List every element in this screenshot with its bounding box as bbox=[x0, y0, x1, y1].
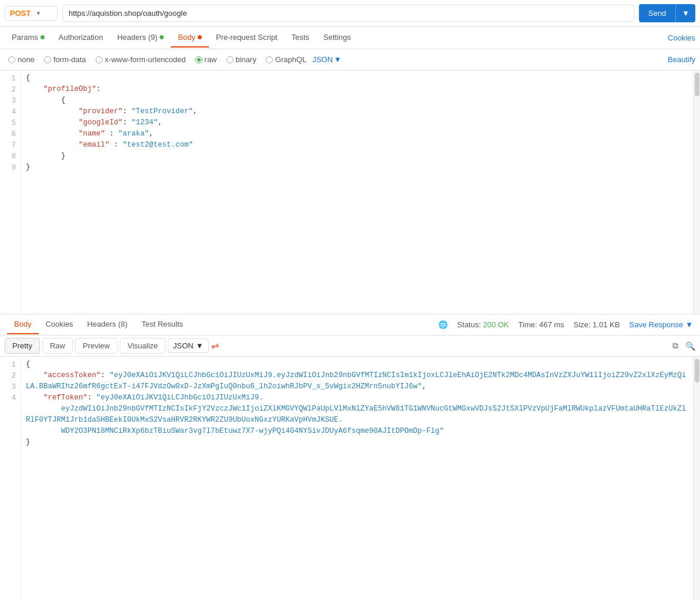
response-json-label: JSON bbox=[173, 341, 194, 350]
response-body-area: 1 2 3 4 { "accessToken": "eyJ0eXAiOiJKV1… bbox=[0, 357, 700, 600]
body-dot bbox=[198, 35, 202, 39]
send-arrow-icon[interactable]: ▼ bbox=[675, 4, 695, 22]
none-radio[interactable] bbox=[8, 56, 15, 63]
editor-scrollbar[interactable] bbox=[693, 70, 700, 314]
size-label: Size: 1.01 KB bbox=[574, 320, 620, 329]
response-code[interactable]: { "accessToken": "eyJ0eXAiOiJKV1QiLCJhbG… bbox=[21, 357, 693, 600]
method-dropdown[interactable]: POST ▼ bbox=[5, 6, 58, 21]
response-headers-label: Headers (8) bbox=[87, 320, 128, 328]
request-body-code[interactable]: { "profileObj": { "provider": "TestProvi… bbox=[21, 70, 693, 314]
json-dropdown[interactable]: JSON ▼ bbox=[312, 55, 341, 64]
form-data-label: form-data bbox=[53, 55, 86, 64]
response-tabs: Body Cookies Headers (8) Test Results bbox=[7, 315, 190, 334]
tab-headers[interactable]: Headers (9) bbox=[110, 28, 171, 48]
option-form-data[interactable]: form-data bbox=[40, 54, 90, 65]
response-cookies-label: Cookies bbox=[46, 320, 73, 328]
graphql-label: GraphQL bbox=[275, 55, 306, 64]
tab-params-label: Params bbox=[12, 33, 38, 42]
tab-tests-label: Tests bbox=[292, 33, 309, 42]
option-none[interactable]: none bbox=[5, 54, 38, 65]
tab-authorization[interactable]: Authorization bbox=[52, 28, 110, 48]
filter-icon[interactable]: ⇌ bbox=[211, 340, 219, 351]
tab-pre-request[interactable]: Pre-request Script bbox=[209, 28, 285, 48]
time-label: Time: 467 ms bbox=[518, 320, 564, 329]
send-label: Send bbox=[639, 4, 675, 22]
params-dot bbox=[40, 35, 45, 39]
cookies-link[interactable]: Cookies bbox=[668, 33, 695, 42]
response-scrollbar[interactable] bbox=[693, 357, 700, 600]
tab-body[interactable]: Body bbox=[171, 28, 209, 48]
tab-params[interactable]: Params bbox=[5, 28, 52, 48]
response-view-options: Pretty Raw Preview Visualize JSON ▼ ⇌ ⧉ … bbox=[0, 335, 700, 357]
raw-button[interactable]: Raw bbox=[42, 338, 73, 354]
time-value: 467 ms bbox=[539, 320, 564, 329]
tab-response-headers[interactable]: Headers (8) bbox=[80, 315, 135, 334]
tab-response-cookies[interactable]: Cookies bbox=[39, 315, 80, 334]
status-value: 200 OK bbox=[483, 320, 509, 329]
visualize-button[interactable]: Visualize bbox=[120, 338, 165, 354]
json-chevron-icon: ▼ bbox=[334, 55, 341, 64]
test-results-label: Test Results bbox=[141, 320, 183, 328]
save-response-chevron-icon: ▼ bbox=[685, 320, 693, 329]
tab-response-body[interactable]: Body bbox=[7, 315, 39, 334]
save-response-button[interactable]: Save Response ▼ bbox=[629, 320, 693, 329]
raw-radio[interactable] bbox=[195, 56, 202, 63]
beautify-button[interactable]: Beautify bbox=[668, 55, 695, 64]
binary-radio[interactable] bbox=[226, 56, 234, 63]
tab-body-label: Body bbox=[178, 33, 195, 42]
pretty-button[interactable]: Pretty bbox=[5, 338, 40, 354]
line-numbers: 1 2 3 4 5 6 7 8 9 bbox=[0, 70, 21, 314]
form-data-radio[interactable] bbox=[44, 56, 51, 63]
tab-pre-request-label: Pre-request Script bbox=[216, 33, 278, 42]
search-icon[interactable]: 🔍 bbox=[685, 341, 695, 351]
json-label: JSON bbox=[312, 55, 333, 64]
option-raw[interactable]: raw bbox=[192, 54, 221, 65]
request-tabs: Params Authorization Headers (9) Body Pr… bbox=[0, 27, 700, 49]
response-scrollbar-thumb[interactable] bbox=[695, 359, 699, 382]
request-editor: 1 2 3 4 5 6 7 8 9 { "profileObj": { "pro… bbox=[0, 70, 700, 314]
preview-button[interactable]: Preview bbox=[75, 338, 117, 354]
response-meta: 🌐 Status: 200 OK Time: 467 ms Size: 1.01… bbox=[438, 320, 693, 329]
graphql-radio[interactable] bbox=[266, 56, 273, 63]
tab-test-results[interactable]: Test Results bbox=[134, 315, 190, 334]
option-graphql[interactable]: GraphQL bbox=[262, 54, 310, 65]
method-label: POST bbox=[10, 9, 31, 18]
headers-dot bbox=[160, 35, 164, 39]
body-options-row: none form-data x-www-form-urlencoded raw… bbox=[0, 49, 700, 70]
response-line-numbers: 1 2 3 4 bbox=[0, 357, 21, 600]
tab-settings-label: Settings bbox=[323, 33, 351, 42]
globe-icon: 🌐 bbox=[438, 320, 448, 329]
response-action-icons: ⧉ 🔍 bbox=[672, 341, 695, 351]
binary-label: binary bbox=[236, 55, 256, 64]
size-value: 1.01 KB bbox=[593, 320, 620, 329]
tab-settings[interactable]: Settings bbox=[316, 28, 358, 48]
urlencoded-label: x-www-form-urlencoded bbox=[105, 55, 186, 64]
top-bar: POST ▼ Send ▼ bbox=[0, 0, 700, 27]
status-label: Status: 200 OK bbox=[457, 320, 509, 329]
option-binary[interactable]: binary bbox=[223, 54, 260, 65]
url-input[interactable] bbox=[62, 5, 634, 22]
tab-tests[interactable]: Tests bbox=[285, 28, 316, 48]
response-status-bar: Body Cookies Headers (8) Test Results 🌐 … bbox=[0, 314, 700, 335]
tab-headers-label: Headers (9) bbox=[117, 33, 158, 42]
response-format-dropdown[interactable]: JSON ▼ bbox=[168, 338, 209, 353]
urlencoded-radio[interactable] bbox=[96, 56, 103, 63]
scrollbar-thumb[interactable] bbox=[695, 73, 699, 96]
option-urlencoded[interactable]: x-www-form-urlencoded bbox=[92, 54, 190, 65]
send-button[interactable]: Send ▼ bbox=[639, 4, 695, 22]
response-json-chevron-icon: ▼ bbox=[196, 341, 204, 350]
tab-authorization-label: Authorization bbox=[59, 33, 103, 42]
save-response-label: Save Response bbox=[629, 320, 683, 329]
none-label: none bbox=[18, 55, 35, 64]
raw-label: raw bbox=[205, 55, 217, 64]
chevron-down-icon: ▼ bbox=[35, 10, 41, 16]
copy-icon[interactable]: ⧉ bbox=[672, 341, 678, 351]
response-body-label: Body bbox=[14, 320, 32, 328]
